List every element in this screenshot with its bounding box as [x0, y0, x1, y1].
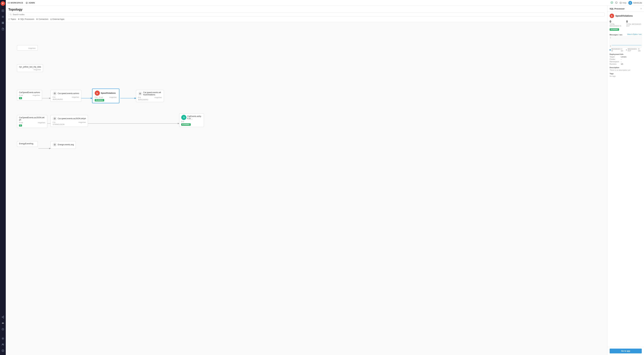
- admin-nav[interactable]: ADMIN: [26, 2, 35, 4]
- tab-connectors[interactable]: ⚙ Connectors: [36, 18, 48, 21]
- sidebar-icon-grid[interactable]: [0, 20, 6, 26]
- connector-teal-icon: [181, 115, 186, 120]
- topnav-right: ? Help A AdminLike: [610, 1, 642, 5]
- panel-name-row: SpeedViolations: [610, 14, 642, 18]
- panel-close-button[interactable]: ×: [640, 7, 642, 10]
- node-topic-car-avro[interactable]: CarSpeedEvents.asAvro 0 out msgs/sec G: [17, 90, 42, 101]
- tags-text: No tags: [610, 75, 642, 77]
- check-icon[interactable]: [610, 1, 613, 4]
- sidebar-icon-doc[interactable]: [0, 26, 6, 32]
- svg-point-21: [2, 344, 3, 344]
- svg-marker-68: [611, 15, 612, 17]
- topology-header: Topology ⬡ Topics ⚙ SQL Processors ⚙: [6, 6, 607, 22]
- stat-messages-in: 0 TOTAL MESSAGES IN: [610, 20, 624, 27]
- panel-header: SQL Processor ×: [607, 6, 644, 12]
- sidebar-icon-settings[interactable]: [0, 336, 6, 341]
- sidebar-icon-alert[interactable]: [0, 348, 6, 353]
- svg-point-35: [10, 14, 11, 15]
- tags-section-title: Tags: [610, 73, 642, 74]
- node-topic-violations[interactable]: Car.speed.events.withoutViolations 0 in …: [136, 90, 164, 102]
- svg-line-62: [185, 118, 185, 118]
- sidebar-icon-users[interactable]: [0, 342, 6, 347]
- node-connector-car-kph[interactable]: CarEvents.asKph.Si… 0 in RUNNING: [179, 114, 204, 127]
- app-logo[interactable]: P: [1, 1, 5, 6]
- node-topic-json[interactable]: CarSpeedEvents.asJSON.toKph 0 out msgs/s…: [17, 115, 47, 128]
- processor-energy-icon: [53, 142, 57, 147]
- node-processor-car-avro[interactable]: Car.speed.events.asAvro 0 in msgs/sec AV…: [50, 90, 81, 102]
- node-connector-speed[interactable]: SpeedViolations 0 in · 0 out msgs/sec RU…: [92, 89, 119, 103]
- sidebar-icon-list[interactable]: [0, 14, 6, 19]
- node-topic-energy[interactable]: EnergyEventAvg: [17, 141, 38, 147]
- svg-rect-49: [139, 93, 141, 94]
- page-title: Topology: [8, 8, 605, 11]
- svg-line-14: [2, 317, 3, 318]
- svg-point-25: [3, 351, 3, 352]
- svg-line-13: [2, 316, 3, 317]
- tab-external-apps[interactable]: ◎ External Apps: [50, 18, 64, 21]
- sidebar-icon-compass[interactable]: [0, 327, 6, 332]
- topology-canvas[interactable]: msgs/sec nyc_yellow_taxi_trip_data msgs/…: [6, 22, 607, 355]
- stat-messages-out: 0 TOTAL MESSAGES OUT: [626, 20, 642, 27]
- help-nav[interactable]: ? Help: [620, 2, 626, 4]
- tab-topics[interactable]: ⬡ Topics: [8, 18, 16, 21]
- workspace-nav[interactable]: WORKSPACE: [8, 2, 23, 4]
- sidebar-icon-files[interactable]: [0, 8, 6, 13]
- filter-tabs: ⬡ Topics ⚙ SQL Processors ⚙ Connectors ◎…: [8, 18, 605, 21]
- svg-point-11: [2, 317, 2, 318]
- stats-row: 0 TOTAL MESSAGES IN 0 TOTAL MESSAGES OUT: [610, 20, 642, 27]
- sidebar-icon-topology[interactable]: [0, 320, 6, 326]
- panel-status-badge: RUNNING: [610, 28, 619, 31]
- content-area: Topology ⬡ Topics ⚙ SQL Processors ⚙: [6, 6, 644, 355]
- panel-footer: Go to app: [607, 347, 644, 355]
- node-topic-empty[interactable]: msgs/sec: [17, 45, 38, 50]
- processor-icon: [53, 91, 57, 96]
- svg-rect-8: [2, 23, 3, 24]
- search-bar[interactable]: [8, 13, 605, 16]
- svg-rect-43: [54, 93, 56, 94]
- sidebar: P: [0, 0, 6, 355]
- svg-point-10: [3, 316, 4, 316]
- badge-g-json: G: [19, 124, 22, 126]
- badge-running-speed: RUNNING: [95, 99, 104, 102]
- svg-text:?: ?: [620, 2, 621, 4]
- user-menu[interactable]: A AdminLike: [628, 1, 642, 5]
- panel-processor-icon: [610, 14, 614, 18]
- badge-running-kph: RUNNING: [181, 123, 191, 126]
- svg-rect-63: [54, 144, 56, 146]
- badge-g: G: [19, 97, 22, 99]
- svg-point-29: [26, 2, 27, 3]
- node-processor-energy[interactable]: Energe.events.avg: [50, 141, 76, 149]
- chart-legend: MESSAGES IN 0 / sec MESSAGES OUT 0 / sec: [610, 48, 642, 52]
- svg-rect-7: [3, 22, 4, 23]
- right-panel: SQL Processor × SpeedViolations 0 TOTAL …: [607, 6, 644, 355]
- svg-point-59: [184, 117, 184, 117]
- svg-point-20: [2, 338, 3, 339]
- svg-point-22: [3, 344, 4, 344]
- svg-point-19: [3, 329, 3, 330]
- desc-section-title: Description: [610, 66, 642, 68]
- user-avatar: A: [628, 1, 632, 5]
- svg-rect-6: [2, 22, 3, 23]
- svg-rect-54: [54, 118, 56, 119]
- topology-page: Topology ⬡ Topics ⚙ SQL Processors ⚙: [6, 6, 607, 355]
- search-icon: [10, 14, 12, 16]
- topnav: WORKSPACE ADMIN ? Help A AdminLike: [6, 0, 644, 6]
- node-processor-json[interactable]: Car.speed.events.asJSON.toKph 0 in msgs/…: [50, 115, 88, 127]
- panel-processor-name: SpeedViolations: [615, 14, 633, 17]
- connector-red-icon: [95, 90, 100, 96]
- tab-sql-processors[interactable]: ⚙ SQL Processors: [18, 18, 34, 21]
- view-bytes-link[interactable]: View in Bytes / sec: [627, 33, 642, 35]
- bell-icon[interactable]: [615, 1, 618, 4]
- deploy-grid: Target: Lenses Cluster: - Namespace: - R…: [610, 56, 642, 65]
- svg-rect-0: [2, 10, 4, 12]
- go-to-app-button[interactable]: Go to app: [610, 348, 642, 354]
- svg-line-36: [11, 15, 12, 16]
- sidebar-icon-share[interactable]: [0, 314, 6, 320]
- main-container: WORKSPACE ADMIN ? Help A AdminLike: [6, 0, 644, 355]
- node-topic-taxi[interactable]: nyc_yellow_taxi_trip_data msgs/sec: [17, 64, 43, 72]
- svg-rect-9: [3, 23, 4, 24]
- svg-marker-48: [96, 92, 98, 94]
- search-input[interactable]: [13, 14, 603, 16]
- canvas-wrapper: msgs/sec nyc_yellow_taxi_trip_data msgs/…: [8, 25, 184, 136]
- deploy-section-title: Deployment Info: [610, 53, 642, 55]
